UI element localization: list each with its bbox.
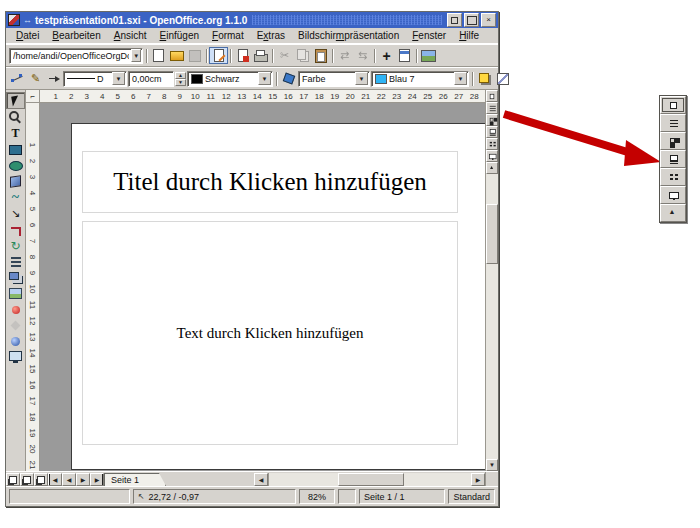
scroll-right-button[interactable]: ▶ — [471, 473, 485, 486]
menu-einf-gen[interactable]: Einfügen — [154, 29, 205, 42]
stylist-icon[interactable] — [396, 48, 413, 63]
last-page-button[interactable]: ▶ — [90, 473, 104, 486]
fill-type-combo[interactable]: Farbe ▼ — [298, 71, 370, 87]
page-tab[interactable]: Seite 1 — [104, 473, 166, 486]
pin-icon[interactable]: ↔ — [23, 15, 32, 25]
edit-points-icon[interactable] — [9, 71, 26, 86]
navigator-icon[interactable] — [378, 48, 395, 63]
slide-canvas[interactable]: Titel durch Klicken hinzufügen Text durc… — [71, 123, 485, 470]
drawing-view-button[interactable] — [660, 96, 686, 114]
arrow-ends-icon[interactable] — [45, 71, 62, 86]
vertical-scrollbar[interactable] — [486, 174, 498, 459]
ellipse-tool-icon[interactable] — [7, 158, 24, 173]
line-width-stepper[interactable]: ▲▼ — [175, 72, 186, 85]
shadow-icon[interactable] — [476, 71, 493, 86]
tabstop-selector[interactable]: ⌐ — [26, 90, 40, 103]
align-tool-icon[interactable] — [7, 254, 24, 269]
pen-icon[interactable] — [27, 71, 44, 86]
line-arrow-tool-icon[interactable] — [7, 206, 24, 221]
stepper-up-icon[interactable]: ▲ — [175, 72, 186, 79]
outline-view-button[interactable] — [486, 102, 498, 114]
rectangle-tool-icon[interactable] — [7, 142, 24, 157]
presentation-box-tool-icon[interactable] — [7, 350, 24, 365]
menu-format[interactable]: Format — [206, 29, 250, 42]
print-icon[interactable] — [252, 48, 269, 63]
fill-type-dropdown-icon[interactable]: ▼ — [355, 72, 368, 85]
minimize-button[interactable] — [447, 13, 462, 27]
app-icon[interactable] — [8, 14, 20, 26]
text-placeholder[interactable]: Text durch Klicken hinzufügen — [82, 221, 458, 445]
gallery-icon[interactable] — [420, 48, 437, 63]
undo-icon[interactable] — [336, 48, 353, 63]
horizontal-scrollbar[interactable] — [268, 473, 471, 486]
fill-color-combo[interactable]: Blau 7 ▼ — [371, 71, 469, 87]
area-dialog-icon[interactable] — [494, 71, 511, 86]
line-color-combo[interactable]: Schwarz ▼ — [187, 71, 273, 87]
status-zoom-cell[interactable]: 82% — [299, 489, 336, 504]
notes-view-button[interactable] — [486, 126, 498, 138]
outline-view-button[interactable] — [660, 114, 686, 132]
view-mode-master-button[interactable] — [20, 473, 34, 486]
export-pdf-icon[interactable] — [234, 48, 251, 63]
start-presentation-button[interactable] — [660, 186, 686, 204]
effects3d-tool-icon[interactable] — [7, 334, 24, 349]
save-icon[interactable] — [186, 48, 203, 63]
document-url-combo[interactable]: /home/andi/OpenOfficeOrgDokumente/Op ▼ — [9, 48, 143, 64]
object3d-tool-icon[interactable] — [7, 174, 24, 189]
zoom-tool-icon[interactable] — [7, 110, 24, 125]
handout-view-button[interactable] — [486, 138, 498, 150]
drawing-view-button[interactable] — [486, 90, 498, 102]
scroll-up-button[interactable] — [486, 162, 498, 174]
notes-view-button[interactable] — [660, 150, 686, 168]
connector-tool-icon[interactable] — [7, 222, 24, 237]
new-document-icon[interactable] — [150, 48, 167, 63]
menu-bearbeiten[interactable]: Bearbeiten — [46, 29, 106, 42]
insert-tool-icon[interactable] — [7, 286, 24, 301]
title-placeholder[interactable]: Titel durch Klicken hinzufügen — [82, 151, 458, 213]
vertical-scroll-thumb[interactable] — [486, 204, 498, 264]
open-icon[interactable] — [168, 48, 185, 63]
text-tool-icon[interactable] — [7, 126, 24, 141]
fill-bucket-icon[interactable] — [280, 71, 297, 86]
copy-icon[interactable] — [294, 48, 311, 63]
menu-bildschirmpr-sentation[interactable]: Bildschirmpräsentation — [292, 29, 405, 42]
rotate-tool-icon[interactable] — [7, 238, 24, 253]
slide-view-button[interactable] — [660, 132, 686, 150]
view-mode-layer-button[interactable] — [34, 473, 48, 486]
scroll-up-button[interactable] — [660, 204, 686, 222]
fill-color-dropdown-icon[interactable]: ▼ — [454, 72, 467, 85]
close-button[interactable]: × — [481, 13, 496, 27]
select-tool-icon[interactable] — [6, 92, 25, 109]
menu-datei[interactable]: Datei — [10, 29, 45, 42]
horizontal-scroll-thumb[interactable] — [338, 473, 405, 486]
menu-extras[interactable]: Extras — [251, 29, 291, 42]
url-dropdown-icon[interactable]: ▼ — [131, 49, 141, 62]
line-width-field[interactable]: 0,00cm — [128, 71, 174, 87]
menu-fenster[interactable]: Fenster — [406, 29, 452, 42]
effects-tool-icon[interactable] — [7, 302, 24, 317]
cut-icon[interactable] — [276, 48, 293, 63]
line-color-dropdown-icon[interactable]: ▼ — [258, 72, 271, 85]
next-page-button[interactable]: ▶ — [76, 473, 90, 486]
curve-tool-icon[interactable] — [7, 190, 24, 205]
maximize-button[interactable] — [464, 13, 479, 27]
arrange-tool-icon[interactable] — [7, 270, 24, 285]
stepper-down-icon[interactable]: ▼ — [175, 79, 186, 86]
first-page-button[interactable]: ◀ — [48, 473, 62, 486]
line-style-combo[interactable]: D ▼ — [63, 71, 127, 87]
handout-view-button[interactable] — [660, 168, 686, 186]
slide-view-button[interactable] — [486, 114, 498, 126]
redo-icon[interactable] — [354, 48, 371, 63]
titlebar[interactable]: ↔ testpräsentation01.sxi - OpenOffice.or… — [6, 12, 498, 28]
line-style-dropdown-icon[interactable]: ▼ — [112, 72, 125, 85]
scroll-left-button[interactable]: ◀ — [254, 473, 268, 486]
interaction-tool-icon[interactable] — [7, 318, 24, 333]
menu-ansicht[interactable]: Ansicht — [108, 29, 153, 42]
resize-corner[interactable] — [485, 472, 498, 486]
paste-icon[interactable] — [312, 48, 329, 63]
menu-hilfe[interactable]: Hilfe — [453, 29, 485, 42]
scroll-down-button[interactable]: ▼ — [486, 459, 498, 471]
view-mode-page-button[interactable] — [6, 473, 20, 486]
start-presentation-button[interactable] — [486, 150, 498, 162]
prev-page-button[interactable]: ◀ — [62, 473, 76, 486]
